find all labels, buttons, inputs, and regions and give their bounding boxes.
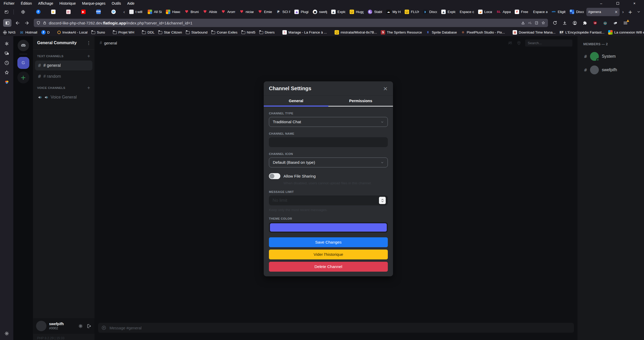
tab-13[interactable]: S,Stable	[366, 8, 384, 16]
add-channel-icon[interactable]: +	[87, 54, 90, 58]
bookmarks-star-icon[interactable]	[4, 70, 10, 75]
bookmark-invokeai-local[interactable]: InvokeAI - Local	[57, 30, 87, 34]
menu-item-marquepages[interactable]: Marque-pages	[82, 1, 105, 5]
message-limit-input[interactable]	[269, 195, 388, 205]
back-button[interactable]	[13, 19, 21, 27]
server-header[interactable]: General Community ⋮	[33, 36, 94, 50]
bookmark-html5[interactable]: html5	[241, 30, 255, 34]
forward-button[interactable]	[23, 19, 31, 27]
extensions-puzzle-icon[interactable]	[581, 19, 589, 27]
chatgpt-icon[interactable]	[4, 41, 10, 47]
tab-6[interactable]: ♥niciar	[238, 8, 255, 16]
menu-hamburger-button[interactable]	[621, 19, 629, 27]
bookmark-suno[interactable]: Suno	[91, 30, 105, 34]
bookmark-la-connexion-wifi-et-e-[interactable]: La connexion Wifi et E...	[608, 30, 644, 35]
tab-7[interactable]: ♥Emie0	[256, 8, 274, 16]
bookmark-sprite-database[interactable]: ♜Sprite Database	[426, 30, 457, 35]
url-bar[interactable]: discord-like-php-chat-7262.dev.flatlogic…	[34, 19, 548, 27]
menu-item-aide[interactable]: Aide	[127, 1, 134, 5]
tab-22[interactable]: Espace ab	[531, 8, 549, 16]
bookmark-star-icon[interactable]	[541, 21, 545, 25]
file-sharing-toggle[interactable]	[269, 173, 280, 179]
tab-1[interactable]: All Siz	[146, 8, 164, 16]
channel-type-select[interactable]: Traditional Chat	[269, 117, 388, 127]
maximize-button[interactable]	[614, 1, 622, 5]
bookmark-download-time-mana-[interactable]: ▦Download Time Mana...	[513, 30, 555, 35]
channel-item-general[interactable]: ## general	[35, 61, 92, 70]
tab-8[interactable]: PSCI RE	[274, 8, 292, 16]
bookmark-divers[interactable]: Divers	[259, 30, 275, 34]
devices-icon[interactable]	[4, 50, 10, 56]
pinned-tab-globe[interactable]	[16, 8, 30, 16]
menu-item-dition[interactable]: Édition	[21, 1, 32, 5]
channel-item-VoiceGeneral[interactable]: Voice General	[35, 92, 92, 102]
bookmark-star-citizen[interactable]: Star Citizen	[158, 30, 182, 34]
save-button[interactable]: Save Changes	[269, 237, 388, 247]
search-input[interactable]	[525, 40, 572, 47]
member-row-swefpifh[interactable]: #swefpifh	[582, 63, 640, 77]
channel-icon-select[interactable]: Default (Based on type)	[269, 158, 388, 167]
add-channel-icon[interactable]: +	[87, 86, 90, 90]
member-row-system[interactable]: #System	[582, 50, 640, 63]
translate-icon[interactable]: Aa	[528, 21, 532, 25]
lock-icon[interactable]	[43, 21, 47, 25]
message-input[interactable]	[109, 325, 571, 330]
tab-11[interactable]: ▲Explor	[329, 8, 347, 16]
menu-item-historique[interactable]: Historique	[59, 1, 76, 5]
tab-0[interactable]: t will	[127, 8, 145, 16]
bookmark-nas[interactable]: NAS	[3, 30, 16, 34]
pinned-tab-synology-dsm[interactable]: DSM	[91, 8, 106, 16]
message-input-bar[interactable]	[98, 323, 574, 333]
members-toggle-icon[interactable]	[507, 40, 513, 45]
bookmark-mariage-la-france-[interactable]: ♙Mariage - La France à ...	[282, 30, 327, 35]
tab-close-icon[interactable]: ×	[614, 10, 618, 14]
robot-extension-icon[interactable]	[601, 19, 609, 27]
tab-2[interactable]: Hawai	[164, 8, 182, 16]
server-icon-g[interactable]: G	[17, 57, 29, 69]
account-icon[interactable]	[571, 19, 579, 27]
pinned-messages-icon[interactable]	[516, 40, 521, 45]
tab-16[interactable]: ◗Discor	[421, 8, 439, 16]
bookmark-ddl[interactable]: DDL	[142, 30, 154, 34]
bookmark-d[interactable]: fD	[41, 30, 50, 35]
tab-5[interactable]: ♥Aromy	[219, 8, 237, 16]
sidebar-toggle-button[interactable]	[3, 19, 11, 27]
menu-item-affichage[interactable]: Affichage	[38, 1, 53, 5]
tab-18[interactable]: Espace clie	[458, 8, 476, 16]
tab-3[interactable]: ♥Bruni2	[182, 8, 200, 16]
ublock-shield-icon[interactable]: U0	[591, 19, 599, 27]
tab-23[interactable]: adnEligibi	[550, 8, 568, 16]
menu-item-outils[interactable]: Outils	[112, 1, 121, 5]
bookmark-the-spriters-resource[interactable]: SThe Spriters Resource	[381, 30, 422, 35]
server-menu-icon[interactable]: ⋮	[86, 40, 91, 45]
minimize-button[interactable]: –	[597, 1, 605, 5]
pinned-tab-notes[interactable]: ◆	[46, 8, 60, 16]
bookmark-conan-exiles[interactable]: Conan Exiles	[211, 30, 238, 34]
bookmark-mistralai-mixtral-8x7b-[interactable]: ☺mistralai/Mixtral-8x7B...	[335, 30, 377, 35]
user-avatar[interactable]	[36, 321, 46, 331]
history-clock-icon[interactable]	[4, 60, 10, 66]
reader-mode-icon[interactable]: A?	[534, 21, 539, 25]
bookmark-l-encyclop-die-fantast-[interactable]: EFL'Encyclopédie Fantast...	[559, 30, 604, 35]
bookmark-starbound[interactable]: Starbound	[186, 30, 207, 34]
tab-10[interactable]: ●swefpi	[311, 8, 329, 16]
pinned-tab-blue-d[interactable]: D	[106, 8, 121, 16]
menu-item-fichier[interactable]: Fichier	[4, 1, 15, 5]
tab-9[interactable]: ▲Plugin	[293, 8, 310, 16]
user-settings-gear-icon[interactable]	[78, 324, 83, 329]
pinned-tab-pink-creature[interactable]: ღ	[61, 8, 76, 16]
number-spinner[interactable]	[379, 197, 386, 204]
firefox-view-button[interactable]	[2, 8, 11, 16]
bookmark-hotmail[interactable]: ✉Hotmail	[19, 30, 37, 35]
tab-list-button[interactable]	[635, 8, 642, 16]
pinned-tab-facebook[interactable]: f	[31, 8, 45, 16]
tab-14[interactable]: ☁My Ha	[384, 8, 402, 16]
close-button[interactable]: ×	[631, 1, 638, 5]
save-page-icon[interactable]	[521, 21, 525, 25]
downloads-icon[interactable]	[560, 19, 569, 27]
tab-scroll-right-icon[interactable]: ›	[620, 8, 626, 16]
new-tab-button[interactable]: +	[626, 8, 634, 16]
tab-4[interactable]: ♥Alister	[201, 8, 219, 16]
pinned-tab-youtube[interactable]: ▶	[76, 8, 91, 16]
add-server-button[interactable]: +	[17, 71, 29, 83]
